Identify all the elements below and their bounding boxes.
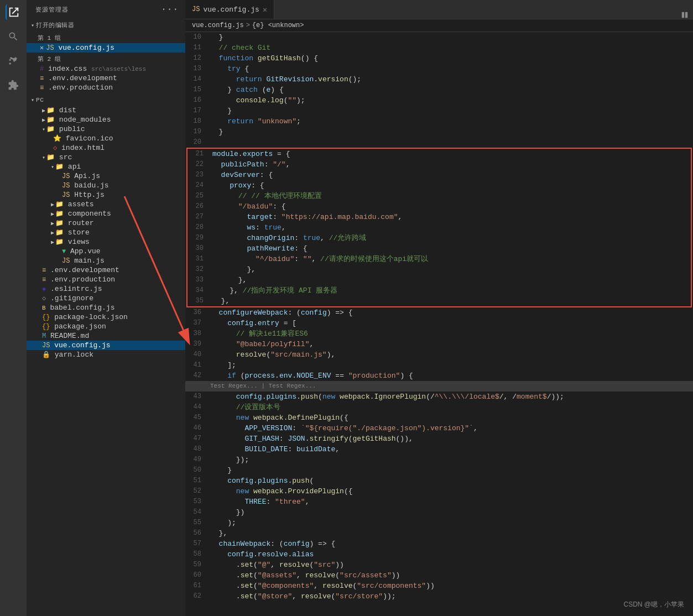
code-line-38: 38 // 解决ie11兼容ES6 <box>185 328 693 339</box>
tree-main-js[interactable]: JS main.js <box>27 256 185 265</box>
split-editor-button[interactable] <box>676 11 693 19</box>
code-line-13: 13 try { <box>185 64 693 74</box>
code-line-46: 46 APP_VERSION: `"${require("./package.j… <box>185 423 693 434</box>
json-icon: {} <box>42 323 50 331</box>
code-line-28: 28 ws: true, <box>187 222 691 233</box>
tree-store[interactable]: ▶ 📁 store <box>27 228 185 237</box>
code-line-39: 39 "@babel/polyfill", <box>185 339 693 349</box>
code-line-33: 33 }, <box>187 275 691 285</box>
tree-public[interactable]: ▾ 📁 public <box>27 124 185 134</box>
tab-label: vue.config.js <box>203 6 259 14</box>
explorer-icon[interactable] <box>6 4 21 20</box>
tree-http-js[interactable]: JS Http.js <box>27 190 185 200</box>
code-line-59: 59 .set("@", resolve("src")) <box>185 560 693 570</box>
js-icon: JS <box>42 342 50 349</box>
close-icon[interactable]: ✕ <box>40 44 44 52</box>
search-icon[interactable] <box>6 29 21 44</box>
html-icon: ◇ <box>53 144 57 152</box>
group2-file-1[interactable]: # index.css src\assets\less <box>27 64 185 74</box>
sidebar-title: 资源管理器 <box>33 6 69 14</box>
tree-gitignore[interactable]: ◇ .gitignore <box>27 294 185 303</box>
tree-env-prod[interactable]: ≡ .env.production <box>27 275 185 284</box>
tree-node-modules[interactable]: ▶ 📁 node_modules <box>27 115 185 124</box>
pc-section[interactable]: ▾ PC <box>27 95 185 106</box>
tree-env-dev[interactable]: ≡ .env.development <box>27 265 185 275</box>
code-line-32: 32 }, <box>187 264 691 275</box>
md-icon: M <box>42 332 46 340</box>
tab-vue-config[interactable]: JS vue.config.js ✕ <box>185 0 274 19</box>
babel-icon: B <box>42 305 46 311</box>
js-icon: JS <box>62 257 70 265</box>
tree-favicon[interactable]: ⭐ favicon.ico <box>27 134 185 143</box>
group2-file1-name: index.css <box>48 65 87 73</box>
activity-bar <box>0 0 27 616</box>
tree-app-vue[interactable]: ▼ App.vue <box>27 247 185 256</box>
code-line-49: 49 }); <box>185 455 693 465</box>
tab-close-button[interactable]: ✕ <box>263 5 267 14</box>
source-control-icon[interactable] <box>6 53 21 69</box>
tree-components[interactable]: ▶ 📁 components <box>27 209 185 218</box>
folder-icon: 📁 <box>55 228 64 237</box>
js-icon: JS <box>62 173 70 180</box>
tree-api-js[interactable]: JS Api.js <box>27 171 185 181</box>
js-icon: JS <box>62 182 70 190</box>
tree-index-html[interactable]: ◇ index.html <box>27 143 185 153</box>
group2-file-3[interactable]: ≡ .env.production <box>27 83 185 92</box>
code-line-42: 42 if (process.env.NODE_ENV == "producti… <box>185 370 693 381</box>
group1-label: 第 1 组 <box>27 32 185 43</box>
tree-api[interactable]: ▾ 📁 api <box>27 162 185 171</box>
tree-baidu-js[interactable]: JS baidu.js <box>27 181 185 190</box>
code-line-51: 51 config.plugins.push( <box>185 476 693 486</box>
extensions-icon[interactable] <box>6 77 21 93</box>
tree-dist[interactable]: ▶ 📁 dist <box>27 106 185 115</box>
tree-views[interactable]: ▶ 📁 views <box>27 237 185 247</box>
star-icon: ⭐ <box>53 134 61 143</box>
editor-area: JS vue.config.js ✕ vue.config.js > {e} <… <box>185 0 693 616</box>
group2-file-2[interactable]: ≡ .env.development <box>27 74 185 83</box>
code-line-43: 43 config.plugins.push(new webpack.Ignor… <box>185 391 693 402</box>
code-line-31: 31 "^/baidu": "", //请求的时候使用这个api就可以 <box>187 254 691 264</box>
tree-readme[interactable]: M README.md <box>27 331 185 341</box>
active-file-item[interactable]: ✕ JS vue.config.js <box>27 43 185 53</box>
code-line-45: 45 new webpack.DefinePlugin({ <box>185 413 693 423</box>
code-line-18: 18 return "unknown"; <box>185 116 693 127</box>
env-icon: ≡ <box>42 267 46 274</box>
tree-vue-config[interactable]: JS vue.config.js <box>27 341 185 350</box>
code-line-54: 54 }) <box>185 507 693 518</box>
tree-src[interactable]: ▾ 📁 src <box>27 153 185 162</box>
tree-eslintrc[interactable]: ◈ .eslintrc.js <box>27 284 185 294</box>
code-line-41: 41 ]; <box>185 360 693 370</box>
breadcrumb-symbol[interactable]: {e} <unknown> <box>252 22 304 29</box>
code-line-26: 26 "/baidu": { <box>187 201 691 212</box>
tab-js-icon: JS <box>192 6 200 13</box>
folder-icon: 📁 <box>46 153 55 161</box>
tab-bar: JS vue.config.js ✕ <box>185 0 693 19</box>
vue-icon: ▼ <box>62 248 66 255</box>
sidebar-header: 资源管理器 ··· <box>27 0 185 19</box>
tree-assets[interactable]: ▶ 📁 assets <box>27 200 185 209</box>
env-icon-1: ≡ <box>40 75 44 82</box>
breadcrumb-file[interactable]: vue.config.js <box>192 22 244 29</box>
tree-router[interactable]: ▶ 📁 router <box>27 218 185 228</box>
folder-icon: 📁 <box>55 219 64 227</box>
tree-package-json[interactable]: {} package.json <box>27 322 185 331</box>
code-editor[interactable]: 10 } 11 // check Git 12 function getGitH… <box>185 32 693 616</box>
folder-icon: 📁 <box>46 106 55 114</box>
git-icon: ◇ <box>42 294 46 302</box>
svg-rect-1 <box>685 12 687 18</box>
css-icon: # <box>40 65 44 73</box>
svg-rect-0 <box>682 12 684 18</box>
tree-yarn-lock[interactable]: 🔒 yarn.lock <box>27 350 185 359</box>
folder-icon: 📁 <box>55 163 64 171</box>
group2-file2-name: .env.development <box>48 74 117 82</box>
code-line-11: 11 // check Git <box>185 43 693 53</box>
group2-label: 第 2 组 <box>27 53 185 64</box>
more-options-icon[interactable]: ··· <box>161 4 179 14</box>
tree-package-lock[interactable]: {} package-lock.json <box>27 312 185 322</box>
open-editors-section[interactable]: ▾ 打开的编辑器 <box>27 19 185 32</box>
code-line-40: 40 resolve("src/main.js"), <box>185 349 693 360</box>
tree-babel-config[interactable]: B babel.config.js <box>27 303 185 312</box>
code-line-57: 57 chainWebpack: (config) => { <box>185 539 693 549</box>
code-line-35: 35 }, <box>187 296 691 306</box>
folder-icon: 📁 <box>55 210 64 218</box>
